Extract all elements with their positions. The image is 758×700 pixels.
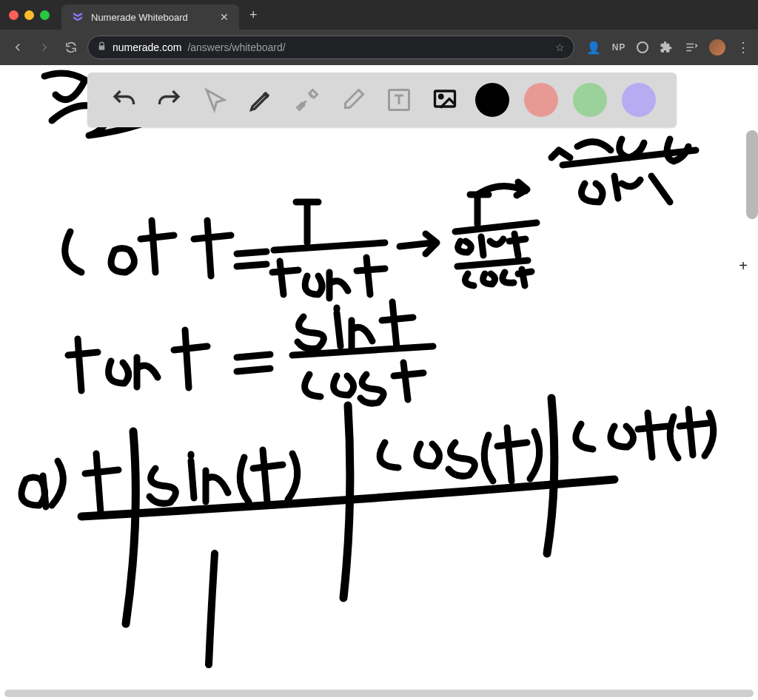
address-bar[interactable]: numerade.com/answers/whiteboard/ ☆ [87, 36, 574, 59]
browser-menu-icon[interactable]: ⋮ [736, 40, 751, 55]
lock-icon [97, 41, 107, 53]
horizontal-scrollbar[interactable] [4, 690, 754, 697]
tools-button[interactable] [292, 84, 323, 115]
back-button[interactable] [7, 37, 28, 58]
profile-avatar[interactable] [709, 39, 725, 55]
url-domain: numerade.com [113, 41, 181, 53]
text-tool[interactable] [383, 84, 415, 115]
forward-button[interactable] [34, 37, 55, 58]
undo-button[interactable] [108, 84, 139, 115]
redo-button[interactable] [154, 84, 185, 115]
whiteboard-toolbar [87, 73, 677, 127]
extensions-row: 👤 NP ⋮ [586, 39, 751, 55]
extension-np-icon[interactable]: NP [611, 40, 626, 55]
whiteboard-canvas[interactable] [0, 65, 758, 700]
window-minimize-button[interactable] [24, 10, 34, 20]
eraser-tool[interactable] [338, 84, 369, 115]
extension-emoji-icon[interactable]: 👤 [586, 40, 601, 55]
url-path: /answers/whiteboard/ [187, 41, 285, 53]
window-close-button[interactable] [9, 10, 19, 20]
favicon-icon [72, 11, 84, 23]
cursor-crosshair-icon: + [739, 258, 748, 275]
traffic-lights [9, 10, 50, 20]
bookmark-star-icon[interactable]: ☆ [555, 41, 565, 53]
color-swatch-green[interactable] [573, 83, 607, 117]
pencil-tool[interactable] [246, 84, 277, 115]
reload-button[interactable] [61, 37, 81, 58]
color-swatch-black[interactable] [475, 83, 509, 117]
window-zoom-button[interactable] [40, 10, 50, 20]
extensions-puzzle-icon[interactable] [659, 40, 674, 55]
media-control-icon[interactable] [684, 40, 699, 55]
extension-circle-icon[interactable] [637, 41, 648, 53]
close-icon[interactable]: ✕ [220, 11, 229, 23]
image-tool[interactable] [429, 84, 460, 115]
color-swatch-red[interactable] [524, 83, 558, 117]
pointer-tool[interactable] [200, 84, 231, 115]
tab-title: Numerade Whiteboard [91, 12, 212, 23]
new-tab-button[interactable]: + [249, 7, 258, 23]
macos-title-bar: Numerade Whiteboard ✕ + [0, 0, 758, 30]
browser-nav-bar: numerade.com/answers/whiteboard/ ☆ 👤 NP … [0, 30, 758, 65]
page-viewport: + [0, 65, 758, 700]
color-swatch-purple[interactable] [622, 83, 656, 117]
browser-tab[interactable]: Numerade Whiteboard ✕ [61, 4, 239, 30]
svg-point-2 [440, 95, 443, 98]
vertical-scrollbar[interactable] [746, 130, 758, 219]
